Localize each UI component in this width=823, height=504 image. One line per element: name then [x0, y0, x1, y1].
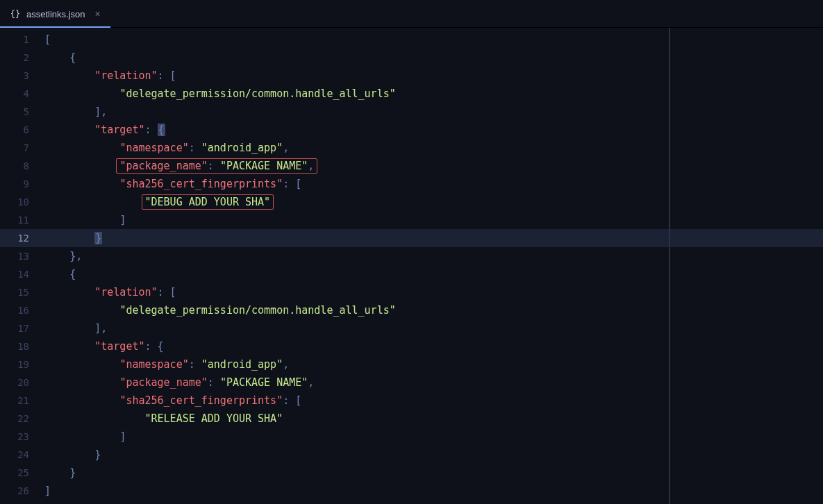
highlight-box: "DEBUG ADD YOUR SHA" [142, 194, 274, 210]
token: "relation" [94, 286, 157, 299]
token: "RELEASE ADD YOUR SHA" [145, 412, 283, 425]
token: "android_app" [201, 358, 283, 371]
line-number-gutter: 1234567891011121314151617181920212223242… [0, 28, 36, 504]
token: : [ [283, 394, 301, 407]
token: : [208, 376, 220, 389]
token: , [283, 358, 289, 371]
line-number: 1 [0, 31, 36, 49]
code-line[interactable]: } [36, 464, 669, 482]
token: { [69, 51, 76, 64]
token: "namespace" [119, 358, 188, 371]
line-number: 12 [0, 229, 36, 247]
line-number: 26 [0, 482, 36, 500]
code-line[interactable]: ] [36, 428, 669, 446]
token: "package_name" [119, 376, 207, 389]
code-line[interactable]: "delegate_permission/common.handle_all_u… [36, 85, 669, 103]
line-number: 14 [0, 265, 36, 283]
line-number: 21 [0, 392, 36, 410]
code-line[interactable]: "target": { [36, 337, 669, 355]
token: "target" [94, 340, 144, 353]
line-number: 20 [0, 373, 36, 392]
token: { [69, 268, 76, 280]
token: } [69, 467, 76, 479]
line-number: 22 [0, 410, 36, 428]
code-line[interactable]: "relation": [ [36, 67, 669, 85]
code-line[interactable]: "namespace": "android_app", [36, 355, 669, 373]
token: ] [119, 214, 126, 226]
code-line[interactable]: ], [36, 319, 669, 337]
token: "delegate_permission/common.handle_all_u… [119, 87, 395, 100]
token: "sha256_cert_fingerprints" [119, 178, 283, 190]
code-line[interactable]: { [36, 49, 669, 67]
token: , [308, 376, 314, 389]
token: { [158, 124, 165, 136]
line-number: 7 [0, 139, 36, 157]
line-number: 17 [0, 319, 36, 337]
code-line[interactable]: "RELEASE ADD YOUR SHA" [36, 410, 669, 428]
token: "delegate_permission/common.handle_all_u… [119, 304, 395, 317]
token: ], [94, 106, 107, 118]
code-line[interactable]: "relation": [ [36, 283, 669, 301]
token: ] [119, 430, 126, 443]
code-line[interactable]: [ [36, 31, 669, 49]
code-line[interactable]: "package_name": "PACKAGE NAME", [36, 373, 669, 392]
token: "PACKAGE NAME" [220, 376, 308, 389]
token: "sha256_cert_fingerprints" [119, 394, 283, 407]
token: , [308, 160, 314, 172]
line-number: 19 [0, 355, 36, 373]
tab-assetlinks[interactable]: {} assetlinks.json × [0, 0, 110, 27]
token: } [94, 232, 102, 244]
line-number: 18 [0, 337, 36, 355]
code-line[interactable]: "DEBUG ADD YOUR SHA" [36, 193, 669, 211]
line-number: 4 [0, 85, 36, 103]
code-line[interactable]: } [36, 229, 669, 247]
token: : [ [283, 178, 301, 190]
tab-filename: assetlinks.json [26, 9, 85, 19]
code-line[interactable]: } [36, 446, 669, 464]
editor: 1234567891011121314151617181920212223242… [0, 28, 823, 504]
token: "relation" [94, 69, 157, 82]
line-number: 11 [0, 211, 36, 229]
line-number: 13 [0, 247, 36, 265]
code-line[interactable]: "sha256_cert_fingerprints": [ [36, 392, 669, 410]
token: : [ [158, 69, 176, 82]
token: "namespace" [119, 142, 188, 154]
line-number: 3 [0, 67, 36, 85]
token: "target" [94, 124, 144, 136]
line-number: 9 [0, 175, 36, 193]
token: "package_name" [119, 160, 207, 172]
code-line[interactable]: ], [36, 103, 669, 121]
line-number: 5 [0, 103, 36, 121]
code-line[interactable]: { [36, 265, 669, 283]
token: "DEBUG ADD YOUR SHA" [145, 196, 271, 208]
code-area[interactable]: [ { "relation": [ "delegate_permission/c… [36, 28, 670, 504]
token: }, [69, 250, 82, 262]
token: ] [44, 485, 51, 497]
json-file-icon: {} [10, 9, 21, 19]
close-icon[interactable]: × [95, 8, 101, 19]
code-line[interactable]: "sha256_cert_fingerprints": [ [36, 175, 669, 193]
line-number: 2 [0, 49, 36, 67]
line-number: 23 [0, 428, 36, 446]
token: "PACKAGE NAME" [220, 160, 308, 172]
token: } [94, 448, 101, 461]
code-line[interactable]: "namespace": "android_app", [36, 139, 669, 157]
editor-tabs: {} assetlinks.json × [0, 0, 823, 28]
highlight-box: "package_name": "PACKAGE NAME", [116, 158, 317, 174]
line-number: 8 [0, 157, 36, 175]
token: , [283, 142, 289, 154]
code-line[interactable]: ] [36, 211, 669, 229]
line-number: 24 [0, 446, 36, 464]
token: : [208, 160, 220, 172]
code-line[interactable]: "package_name": "PACKAGE NAME", [36, 157, 669, 175]
code-line[interactable]: "delegate_permission/common.handle_all_u… [36, 301, 669, 319]
line-number: 6 [0, 121, 36, 139]
token: "android_app" [201, 142, 283, 154]
code-line[interactable]: }, [36, 247, 669, 265]
code-line[interactable]: ] [36, 482, 669, 500]
code-line[interactable]: "target": { [36, 121, 669, 139]
token: : { [145, 340, 164, 353]
line-number: 10 [0, 193, 36, 211]
line-number: 25 [0, 464, 36, 482]
token: : [189, 358, 201, 371]
